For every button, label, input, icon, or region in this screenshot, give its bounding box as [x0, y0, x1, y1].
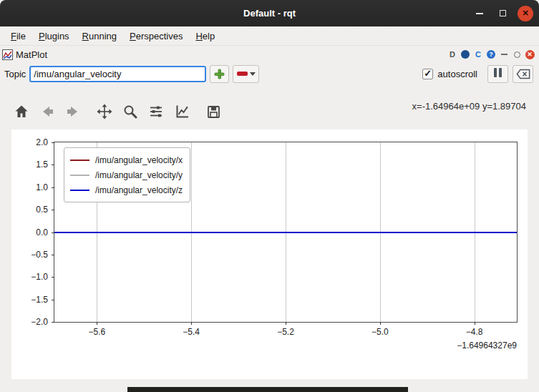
dock-close-icon: ✕	[525, 50, 535, 59]
subplots-icon	[148, 104, 164, 119]
forward-arrow-icon	[65, 104, 81, 119]
add-topic-button[interactable]	[210, 65, 229, 83]
x-tick-label: −5.4	[183, 327, 200, 337]
subplots-button[interactable]	[147, 103, 165, 120]
back-button[interactable]	[39, 103, 56, 120]
close-button[interactable]: ✕	[518, 6, 533, 21]
menu-help-label: Help	[195, 31, 215, 41]
topic-input[interactable]	[29, 66, 206, 82]
y-tick-mark	[52, 187, 54, 188]
titlebar[interactable]: Default - rqt ✕	[0, 0, 539, 26]
clear-button[interactable]	[513, 65, 533, 83]
desktop-glimpse	[127, 387, 408, 392]
x-tick-label: −4.8	[466, 327, 483, 337]
y-tick-mark	[52, 142, 54, 143]
forward-button[interactable]	[64, 103, 82, 120]
pan-icon	[97, 104, 112, 119]
minimize-button[interactable]	[472, 6, 487, 21]
pause-icon	[493, 68, 503, 79]
zoom-icon	[122, 104, 138, 119]
dock-d-icon[interactable]: D	[447, 49, 457, 59]
y-tick-label: −2.0	[31, 317, 48, 327]
y-tick-label: −1.0	[31, 272, 48, 282]
cursor-coordinates: x=-1.64964e+09 y=1.89704	[412, 101, 526, 112]
dock-reload-icon[interactable]: C	[473, 49, 483, 59]
minus-icon	[237, 72, 248, 76]
x-axis-offset-label: −1.64964327e9	[457, 340, 517, 351]
x-tick-label: −5.2	[277, 327, 294, 337]
y-tick-label: 0.5	[36, 205, 48, 215]
help-button[interactable]: ?	[486, 49, 496, 59]
rqt-window: Default - rqt ✕ File Plugins Running Per…	[0, 0, 539, 392]
menu-plugins[interactable]: Plugins	[32, 28, 76, 44]
dropdown-caret-icon	[250, 72, 256, 76]
clear-icon	[516, 69, 530, 79]
legend: /imu/angular_velocity/x /imu/angular_vel…	[64, 147, 190, 202]
home-button[interactable]	[13, 103, 30, 120]
axes-editor-icon	[174, 104, 190, 119]
autoscroll-label: autoscroll	[437, 69, 477, 79]
y-tick-mark	[52, 255, 54, 255]
x-tick-mark	[475, 322, 475, 325]
pan-button[interactable]	[96, 103, 113, 120]
x-tick-mark	[380, 322, 381, 325]
close-icon: ✕	[522, 9, 528, 17]
menu-perspectives[interactable]: Perspectives	[123, 28, 189, 44]
x-tick-label: −5.6	[88, 327, 105, 337]
y-tick-label: 0.0	[36, 227, 48, 237]
x-tick-mark	[286, 322, 286, 325]
plot-axes[interactable]: 2.0 1.5 1.0 0.5 0.0 −0.5 −1.0 −1.5 −2.0 …	[54, 142, 518, 323]
menu-file[interactable]: File	[4, 28, 32, 44]
y-tick-mark	[52, 300, 54, 300]
maximize-icon	[500, 10, 506, 16]
legend-entry: /imu/angular_velocity/z	[70, 182, 183, 197]
dock-close-button[interactable]: ✕	[525, 49, 535, 59]
x-tick-mark	[191, 322, 192, 325]
menubar: File Plugins Running Perspectives Help	[0, 26, 539, 46]
customize-button[interactable]	[173, 103, 190, 120]
autoscroll-checkbox[interactable]	[422, 69, 433, 79]
plot-canvas[interactable]: 2.0 1.5 1.0 0.5 0.0 −0.5 −1.0 −1.5 −2.0 …	[11, 129, 528, 379]
legend-label-y: /imu/angular_velocity/y	[95, 170, 183, 180]
dock-float-button[interactable]	[512, 49, 522, 59]
window-controls: ✕	[472, 0, 533, 26]
menu-file-label: File	[11, 31, 26, 41]
dock-minimize-icon	[501, 54, 508, 55]
topic-bar-right-group: autoscroll	[422, 65, 533, 83]
legend-label-x: /imu/angular_velocity/x	[95, 155, 183, 165]
y-tick-label: −1.5	[31, 295, 48, 305]
dock-dot-icon[interactable]	[460, 49, 470, 59]
back-arrow-icon	[39, 104, 55, 119]
y-tick-label: 2.0	[36, 137, 48, 147]
y-tick-label: 1.0	[36, 182, 48, 192]
window-title: Default - rqt	[243, 8, 296, 19]
y-tick-label: 1.5	[36, 160, 48, 170]
legend-label-z: /imu/angular_velocity/z	[95, 185, 183, 195]
legend-entry: /imu/angular_velocity/y	[70, 167, 183, 182]
dock-float-icon	[514, 52, 520, 58]
matplot-plugin-icon	[2, 49, 13, 60]
dock-minimize-button[interactable]	[499, 49, 509, 59]
menu-running-label: Running	[82, 31, 117, 41]
save-icon	[205, 104, 221, 119]
plugin-controls: D C ? ✕	[447, 49, 535, 59]
blue-dot-icon	[461, 50, 470, 59]
zoom-button[interactable]	[122, 103, 139, 120]
maximize-button[interactable]	[495, 6, 510, 21]
y-tick-mark	[52, 277, 54, 278]
save-button[interactable]	[205, 103, 222, 120]
plugin-titlebar: MatPlot D C ? ✕	[0, 46, 539, 63]
y-tick-label: −0.5	[31, 250, 48, 260]
pause-button[interactable]	[487, 65, 508, 83]
series-line-z	[54, 232, 517, 233]
legend-line-sample-x	[70, 160, 89, 161]
menu-help[interactable]: Help	[189, 28, 221, 44]
x-tick-mark	[97, 322, 97, 325]
minimize-icon	[476, 13, 483, 14]
topic-bar: Topic autoscroll	[0, 63, 539, 84]
menu-running[interactable]: Running	[76, 28, 123, 44]
menu-perspectives-label: Perspectives	[130, 31, 183, 41]
legend-entry: /imu/angular_velocity/x	[70, 152, 183, 167]
x-tick-label: −5.0	[372, 327, 389, 337]
remove-topic-button[interactable]	[233, 65, 259, 83]
